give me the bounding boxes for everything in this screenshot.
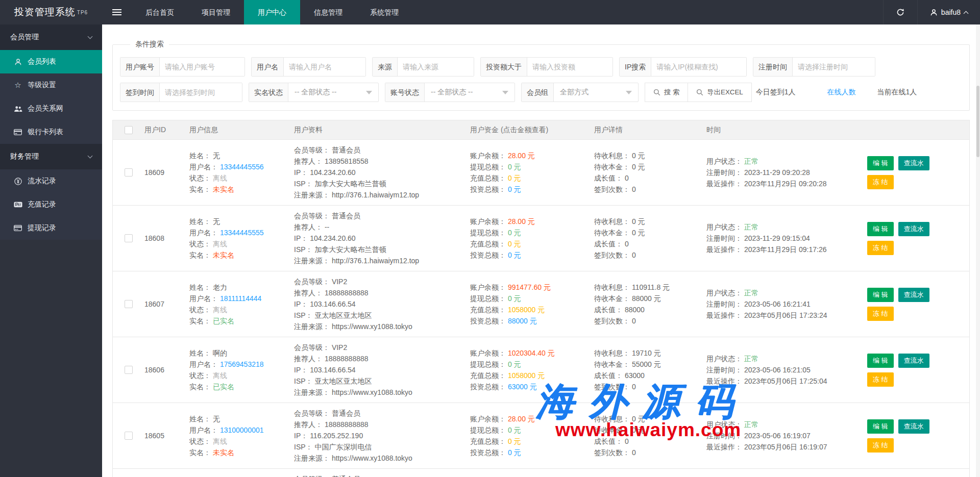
user-menu[interactable]: baifu8 [917,0,980,24]
balance-label: 账户余额： [470,217,508,225]
interest-value: 19710 元 [632,349,661,357]
row-checkbox[interactable] [125,366,133,374]
balance-value[interactable]: 1020304.40 元 [508,349,555,357]
refresh-button[interactable] [883,0,917,24]
online-count-link[interactable]: 在线人数 [827,88,856,97]
view-flow-button[interactable]: 查流水 [898,354,929,368]
account-status-select[interactable]: -- 全部状态 -- [425,83,514,102]
account-input[interactable] [160,58,244,76]
register-time-input[interactable] [793,58,875,76]
export-excel-button[interactable]: 导出EXCEL [688,83,751,102]
freeze-button[interactable]: 冻 结 [867,241,894,255]
realname-label: 实名： [189,251,213,259]
scrollbar-thumb[interactable] [976,86,979,157]
last-op-value: 2023年05月06日 16:19:07 [744,443,827,451]
search-button[interactable]: 搜 索 [645,83,688,102]
ip-input[interactable] [651,58,746,76]
freeze-button[interactable]: 冻 结 [867,307,894,321]
source-input[interactable] [398,58,474,76]
level-label: 会员等级： [294,278,332,286]
select-value: -- 全部状态 -- [295,88,336,97]
row-checkbox[interactable] [125,168,133,177]
invest-value[interactable]: 63000 元 [508,383,537,391]
row-checkbox[interactable] [125,234,133,242]
view-flow-button[interactable]: 查流水 [898,156,929,170]
invest-value[interactable]: 88000 元 [508,317,537,325]
top-nav-tab[interactable]: 系统管理 [356,0,412,24]
sidebar-item-flow-records[interactable]: 流水记录 [0,169,102,193]
row-checkbox[interactable] [125,300,133,308]
view-flow-button[interactable]: 查流水 [898,419,929,434]
username-link[interactable]: 13344445556 [220,163,264,171]
filter-row-1: 用户账号 用户名 来源 投资额大于 IP搜索 注册时间 [120,57,962,77]
recharge-value[interactable]: 0 元 [508,240,521,248]
isp-value: 加拿大安大略布兰普顿 [314,245,386,254]
referrer-label: 推荐人： [294,355,325,363]
select-all-checkbox[interactable] [125,126,133,134]
invest-value[interactable]: 0 元 [508,448,521,457]
sidebar-group-finance[interactable]: 财务管理 [0,144,102,169]
view-flow-button[interactable]: 查流水 [898,288,929,302]
sidebar-item-withdraw-records[interactable]: 提现记录 [0,216,102,240]
referrer-value: 18888888888 [325,420,369,429]
username-link[interactable]: 13100000001 [220,426,264,434]
edit-button[interactable]: 编 辑 [867,222,894,236]
withdraw-value[interactable]: 0 元 [508,229,521,237]
invest-value[interactable]: 0 元 [508,185,521,193]
recharge-value[interactable]: 1058000 元 [508,371,545,380]
recharge-value[interactable]: 0 元 [508,437,521,445]
sidebar-item-member-list[interactable]: 会员列表 [0,50,102,73]
freeze-button[interactable]: 冻 结 [867,175,894,189]
edit-button[interactable]: 编 辑 [867,156,894,170]
withdraw-value[interactable]: 0 元 [508,294,521,303]
signin-time-input[interactable] [160,83,242,102]
withdraw-value[interactable]: 0 元 [508,426,521,434]
sidebar-item-level-settings[interactable]: ☆ 等级设置 [0,73,102,97]
balance-value[interactable]: 991477.60 元 [508,283,551,291]
sidebar-item-member-network[interactable]: 会员关系网 [0,97,102,120]
header-user-info: 用户信息 [189,125,294,135]
username-link[interactable]: 13344445555 [220,229,264,237]
username-link[interactable]: 18111114444 [220,294,262,303]
row-checkbox[interactable] [125,432,133,440]
realname-label: 实名： [189,185,213,193]
freeze-button[interactable]: 冻 结 [867,372,894,387]
filter-source: 来源 [372,57,474,77]
realname-status-select[interactable]: -- 全部状态 -- [288,83,378,102]
withdraw-value[interactable]: 0 元 [508,163,521,171]
withdraw-value[interactable]: 0 元 [508,360,521,368]
interest-label: 待收利息： [594,283,632,291]
top-nav-tab[interactable]: 项目管理 [188,0,244,24]
signin-label: 签到次数： [594,448,632,457]
recharge-value[interactable]: 0 元 [508,174,521,182]
sidebar-item-bank-cards[interactable]: 银行卡列表 [0,120,102,144]
main-content: 条件搜索 用户账号 用户名 来源 投资额大于 IP搜索 [102,24,980,477]
edit-button[interactable]: 编 辑 [867,419,894,434]
status-label: 状态： [189,371,213,380]
balance-value[interactable]: 28.00 元 [508,152,535,160]
recharge-value[interactable]: 1058000 元 [508,306,545,314]
username-input[interactable] [284,58,365,76]
edit-button[interactable]: 编 辑 [867,288,894,302]
growth-label: 成长值： [594,371,625,380]
name-value: 老力 [213,283,227,291]
balance-value[interactable]: 28.00 元 [508,415,535,423]
user-status-label: 用户状态： [706,157,744,165]
invest-value[interactable]: 0 元 [508,251,521,259]
top-nav-tab[interactable]: 信息管理 [300,0,356,24]
interest-value: 0 元 [632,152,645,160]
menu-toggle-icon[interactable] [102,0,132,24]
edit-button[interactable]: 编 辑 [867,354,894,368]
invest-amount-input[interactable] [527,58,612,76]
table-row: 18604 姓名： 无 用户名： 15764342580 状态： 离线 实名： … [113,469,969,477]
balance-value[interactable]: 28.00 元 [508,217,535,225]
balance-label: 账户余额： [470,152,508,160]
freeze-button[interactable]: 冻 结 [867,438,894,453]
sidebar-group-member[interactable]: 会员管理 [0,24,102,50]
view-flow-button[interactable]: 查流水 [898,222,929,236]
top-nav-tab[interactable]: 用户中心 [244,0,300,24]
top-nav-tab[interactable]: 后台首页 [132,0,188,24]
member-group-select[interactable]: 全部方式 [554,83,638,102]
username-link[interactable]: 17569453218 [220,360,264,368]
sidebar-item-recharge-records[interactable]: 充值记录 [0,193,102,216]
